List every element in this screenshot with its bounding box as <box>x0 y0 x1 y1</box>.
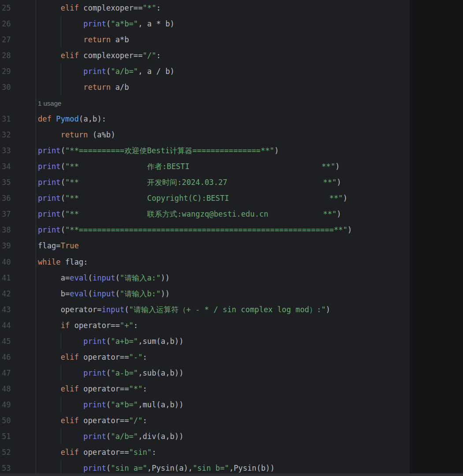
line-number[interactable]: 46 <box>0 349 36 365</box>
code-token: ( <box>61 210 65 218</box>
code-line[interactable]: elif complexoper=="*": <box>36 0 410 16</box>
code-token <box>38 416 61 425</box>
line-number[interactable]: 49 <box>0 397 36 413</box>
line-number[interactable]: 36 <box>0 190 36 206</box>
line-number[interactable]: 37 <box>0 206 36 222</box>
code-token: def <box>38 114 52 123</box>
line-number[interactable]: 51 <box>0 428 36 444</box>
code-line[interactable]: print("**===============================… <box>36 222 410 238</box>
code-token: (a,b): <box>79 114 106 123</box>
code-line[interactable]: print("** 作者:BESTI **") <box>36 159 410 174</box>
code-token: elif <box>61 4 79 12</box>
code-line[interactable]: print("** 开发时间:2024.03.27 **") <box>36 174 410 190</box>
line-number[interactable]: 30 <box>0 79 36 95</box>
editor-row: 25 elif complexoper=="*": <box>0 0 410 16</box>
line-number[interactable]: 25 <box>0 0 36 16</box>
line-number[interactable]: 48 <box>0 381 36 397</box>
line-number[interactable]: 39 <box>0 238 36 254</box>
line-number[interactable]: 31 <box>0 111 36 127</box>
indent-guide <box>61 365 61 381</box>
code-token: ( <box>88 273 93 282</box>
code-line[interactable]: return a/b <box>36 79 410 95</box>
editor-row: 50 elif operator=="/": <box>0 413 410 428</box>
editor-row: 31def Pymod(a,b): <box>0 111 410 127</box>
code-line[interactable]: operator=input("请输入运算符（+ - * / sin compl… <box>36 302 410 317</box>
code-token: elif <box>61 416 79 425</box>
line-number[interactable]: 44 <box>0 317 36 333</box>
code-editor: 25 elif complexoper=="*":26 print("a*b="… <box>0 0 463 476</box>
code-line[interactable]: print("a+b=",sum(a,b)) <box>36 333 410 349</box>
code-token: flag= <box>38 241 61 250</box>
code-token: "a+b=" <box>111 337 138 346</box>
code-token: print <box>38 210 61 218</box>
line-number[interactable]: 42 <box>0 286 36 302</box>
code-token: "*" <box>129 384 143 393</box>
line-number[interactable]: 47 <box>0 365 36 381</box>
line-number[interactable]: 34 <box>0 159 36 174</box>
code-line[interactable]: print("a*b=", a * b) <box>36 16 410 32</box>
line-number[interactable]: 27 <box>0 32 36 48</box>
line-number[interactable]: 35 <box>0 174 36 190</box>
line-number[interactable]: 45 <box>0 333 36 349</box>
code-token: print <box>83 67 106 76</box>
code-line[interactable]: flag=True <box>36 238 410 254</box>
code-token: operator== <box>70 321 120 330</box>
code-token <box>38 448 61 457</box>
editor-row: 30 return a/b <box>0 79 410 95</box>
line-number[interactable]: 40 <box>0 254 36 270</box>
line-number[interactable]: 41 <box>0 270 36 286</box>
code-token: input <box>93 289 115 298</box>
editor-row: 26 print("a*b=", a * b) <box>0 16 410 32</box>
editor-row: 28 elif complexoper=="/": <box>0 48 410 63</box>
code-token: ( <box>115 289 120 298</box>
code-line[interactable]: print("a/b=",div(a,b)) <box>36 428 410 444</box>
code-line[interactable]: elif operator=="*": <box>36 381 410 397</box>
code-token: a/b <box>111 83 129 92</box>
code-line[interactable]: elif operator=="-": <box>36 349 410 365</box>
line-number[interactable]: 26 <box>0 16 36 32</box>
code-token: ( <box>106 369 111 377</box>
code-line[interactable]: elif complexoper=="/": <box>36 48 410 63</box>
code-line[interactable]: print("** 联系方式:wangzq@besti.edu.cn **") <box>36 206 410 222</box>
editor-row: 43 operator=input("请输入运算符（+ - * / sin co… <box>0 302 410 317</box>
code-token: "**==========欢迎使Besti计算器===============*… <box>65 146 274 155</box>
code-token: a*b <box>111 35 129 44</box>
usages-inlay-hint[interactable]: 1 usage <box>36 95 410 111</box>
code-token: print <box>38 146 61 155</box>
code-token: ) <box>326 305 330 314</box>
code-line[interactable]: b=eval(input("请输入b:")) <box>36 286 410 302</box>
editor-row: 32 return (a%b) <box>0 127 410 143</box>
code-line[interactable]: def Pymod(a,b): <box>36 111 410 127</box>
line-number[interactable]: 50 <box>0 413 36 428</box>
editor-row: 52 elif operator=="sin": <box>0 444 410 460</box>
line-number[interactable]: 29 <box>0 63 36 79</box>
code-line[interactable]: print("a*b=",mul(a,b)) <box>36 397 410 413</box>
line-number[interactable]: 28 <box>0 48 36 63</box>
code-line[interactable]: a=eval(input("请输入a:")) <box>36 270 410 286</box>
code-line[interactable]: print("**==========欢迎使Besti计算器==========… <box>36 143 410 159</box>
code-line[interactable]: elif operator=="sin": <box>36 444 410 460</box>
code-token <box>38 384 61 393</box>
line-number[interactable]: 52 <box>0 444 36 460</box>
line-number[interactable]: 43 <box>0 302 36 317</box>
inlay-hint-text[interactable]: 1 usage <box>38 100 61 107</box>
line-number[interactable]: 33 <box>0 143 36 159</box>
code-line[interactable]: elif operator=="/": <box>36 413 410 428</box>
editor-row: 37print("** 联系方式:wangzq@besti.edu.cn **"… <box>0 206 410 222</box>
code-token: operator== <box>79 448 129 457</box>
bottom-scrollbar-strip <box>0 473 463 476</box>
line-number[interactable]: 38 <box>0 222 36 238</box>
code-line[interactable]: if operator=="+": <box>36 317 410 333</box>
code-line[interactable]: print("** Copyright(C):BESTI **") <box>36 190 410 206</box>
line-number[interactable]: 32 <box>0 127 36 143</box>
code-line[interactable]: return (a%b) <box>36 127 410 143</box>
code-line[interactable]: print("a-b=",sub(a,b)) <box>36 365 410 381</box>
editor-row: 29 print("a/b=", a / b) <box>0 63 410 79</box>
indent-guide <box>61 16 61 32</box>
code-token: "** 作者:BESTI **" <box>65 162 335 171</box>
code-token: input <box>93 273 115 282</box>
code-line[interactable]: while flag: <box>36 254 410 270</box>
code-line[interactable]: return a*b <box>36 32 410 48</box>
code-token: ( <box>106 337 111 346</box>
code-line[interactable]: print("a/b=", a / b) <box>36 63 410 79</box>
